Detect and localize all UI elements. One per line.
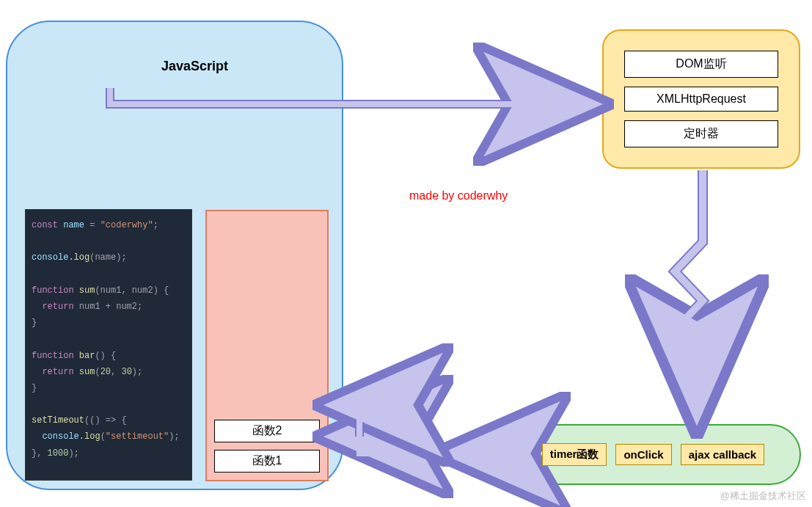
javascript-container: JavaScript const name = "coderwhy";conso… — [6, 21, 343, 490]
call-stack: 函数2 函数1 — [205, 210, 329, 481]
svg-point-0 — [403, 442, 418, 457]
queue-item-onclick: onClick — [615, 444, 671, 465]
gear-icon — [385, 424, 436, 475]
api-item-dom: DOM监听 — [624, 51, 778, 78]
stack-item: 函数1 — [214, 450, 320, 473]
api-item-timer: 定时器 — [624, 120, 778, 147]
stack-item: 函数2 — [214, 420, 320, 442]
footer-watermark: @稀土掘金技术社区 — [720, 489, 806, 503]
api-item-xhr: XMLHttpRequest — [624, 87, 778, 112]
watermark-text: made by coderwhy — [409, 189, 508, 203]
queue-item-timer: timer函数 — [542, 443, 607, 466]
code-editor: const name = "coderwhy";console.log(name… — [25, 209, 192, 481]
queue-item-ajax: ajax callback — [681, 444, 765, 465]
web-apis-box: DOM监听 XMLHttpRequest 定时器 — [602, 29, 800, 169]
javascript-title: JavaScript — [161, 59, 228, 74]
callback-queue: timer函数 onClick ajax callback — [505, 424, 801, 485]
